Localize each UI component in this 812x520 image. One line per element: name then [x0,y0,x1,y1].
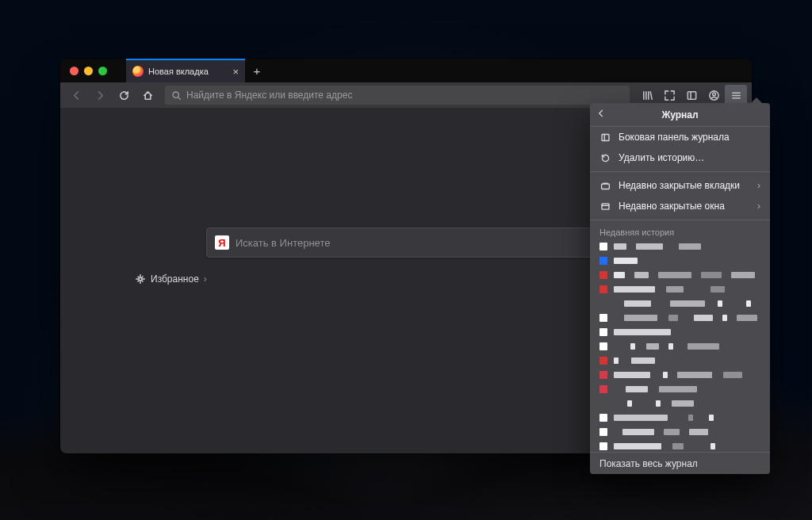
history-item[interactable] [599,254,760,267]
history-clear-icon [599,153,611,163]
favicon [599,371,607,379]
new-tab-button[interactable]: + [245,59,269,82]
history-item[interactable] [599,283,760,296]
reload-button[interactable] [113,85,135,105]
menu-item-label: Показать весь журнал [599,458,698,469]
search-icon [171,90,182,101]
recently-closed-windows-item[interactable]: Недавно закрытые окна › [590,196,770,216]
favicon [599,357,607,365]
favicon [599,300,607,308]
maximize-window-button[interactable] [98,67,107,75]
favorites-label: Избранное [151,273,199,285]
favicon [599,243,607,250]
address-bar[interactable]: Найдите в Яндекс или введите адрес [165,86,630,105]
svg-point-3 [712,92,715,95]
favicon [599,285,607,293]
chevron-right-icon: › [757,180,760,191]
sidebar-icon [599,132,611,143]
recently-closed-tabs-item[interactable]: Недавно закрытые вкладки › [590,175,770,196]
panel-back-button[interactable] [596,109,606,120]
close-window-button[interactable] [70,67,79,75]
history-item[interactable] [599,312,760,324]
tab-icon [599,181,611,191]
menu-item-label: Недавно закрытые окна [619,201,725,212]
history-item[interactable] [599,426,760,438]
favicon [599,271,607,279]
history-sidebar-item[interactable]: Боковая панель журнала [590,127,770,147]
sparkle-icon [135,273,146,285]
recent-history-list [590,239,770,452]
favicon [599,414,607,422]
history-item[interactable] [599,411,760,424]
history-item[interactable] [599,269,760,281]
history-item[interactable] [599,369,760,381]
history-menu-panel: Журнал Боковая панель журнала Удалить ис… [590,103,770,474]
favicon [599,342,607,350]
menu-item-label: Удалить историю… [619,152,704,163]
favicon [599,428,607,436]
chevron-right-icon: › [204,273,207,285]
favicon [599,400,607,407]
window-icon [599,201,611,212]
favicon [599,314,607,322]
back-button[interactable] [65,85,87,105]
close-tab-button[interactable]: × [232,67,239,77]
favicon [599,328,607,336]
yandex-icon: Я [215,235,229,250]
web-search-placeholder: Искать в Интернете [236,237,330,249]
history-item[interactable] [599,440,760,452]
tab-strip: Новая вкладка × + [60,59,752,82]
panel-header: Журнал [590,103,770,127]
history-item[interactable] [599,340,760,353]
svg-point-0 [173,92,178,98]
clear-history-item[interactable]: Удалить историю… [590,147,770,168]
history-item[interactable] [599,240,760,253]
panel-title: Журнал [661,109,698,120]
menu-item-label: Боковая панель журнала [619,132,730,143]
window-controls [67,59,112,82]
chevron-right-icon: › [757,201,760,212]
minimize-window-button[interactable] [84,67,93,75]
svg-rect-1 [688,91,695,98]
svg-rect-5 [601,184,609,189]
browser-tab[interactable]: Новая вкладка × [126,59,245,82]
firefox-icon [132,66,144,77]
history-item[interactable] [599,354,760,367]
forward-button[interactable] [89,85,111,105]
favicon [599,257,607,265]
history-item[interactable] [599,383,760,396]
show-all-history-item[interactable]: Показать весь журнал [590,452,770,474]
history-item[interactable] [599,297,760,310]
svg-rect-4 [602,134,609,140]
svg-rect-6 [602,203,609,208]
address-bar-placeholder: Найдите в Яндекс или введите адрес [186,90,352,101]
history-item[interactable] [599,397,760,410]
recent-history-section-label: Недавняя история [590,224,770,239]
history-item[interactable] [599,326,760,338]
favicon [599,442,607,450]
menu-item-label: Недавно закрытые вкладки [619,180,740,191]
home-button[interactable] [136,85,159,105]
web-search-box[interactable]: Я Искать в Интернете [206,228,606,258]
favorites-section[interactable]: Избранное › [135,273,207,285]
tab-title: Новая вкладка [148,67,209,76]
favicon [599,385,607,393]
